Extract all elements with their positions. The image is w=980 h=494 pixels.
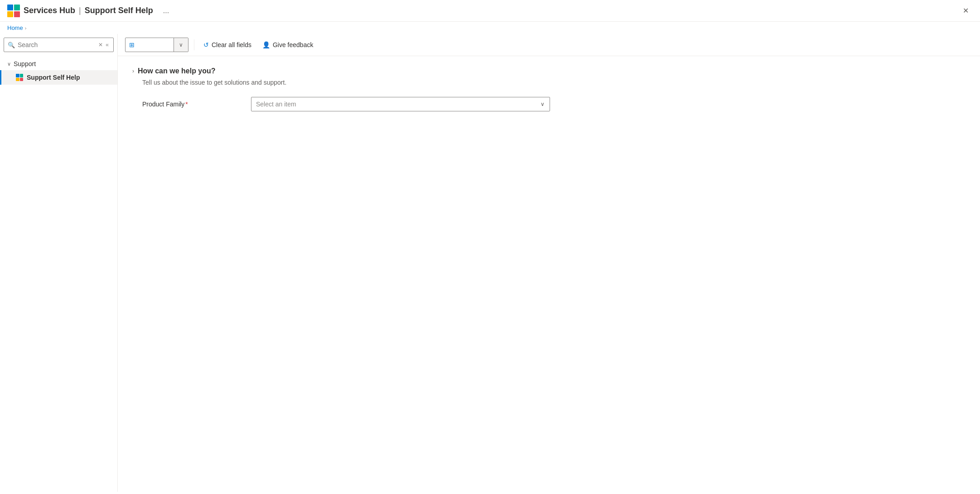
close-button[interactable]: ✕ [958,4,973,18]
give-feedback-button[interactable]: 👤 Give feedback [259,39,317,51]
required-star: * [185,101,188,108]
network-icon: ⊞ [129,41,135,48]
product-family-dropdown[interactable]: Select an item ∨ [251,97,550,111]
nav-group-chevron: ∨ [7,61,11,67]
main-layout: 🔍 ✕ « ∨ Support Support Self Help [0,34,980,492]
app-logo: Services Hub|Support Self Help [7,5,153,17]
breadcrumb-home-link[interactable]: Home [7,24,23,31]
toolbar-dropdown[interactable]: ⊞ ∨ [125,38,188,52]
feedback-icon: 👤 [262,41,270,48]
main-content: ⊞ ∨ ↺ Clear all fields 👤 Give feedback ›… [118,34,980,492]
clear-all-fields-button[interactable]: ↺ Clear all fields [200,39,255,51]
section-header: › How can we help you? [132,67,966,75]
search-collapse-button[interactable]: « [105,41,110,49]
search-clear-button[interactable]: ✕ [97,41,104,49]
toolbar-dropdown-left: ⊞ [126,41,174,48]
product-family-row: Product Family* Select an item ∨ [132,97,966,111]
clear-icon: ↺ [203,41,209,48]
logo-icon [7,5,20,17]
give-feedback-label: Give feedback [273,41,314,48]
clear-all-fields-label: Clear all fields [212,41,251,48]
nav-group-label: Support [14,60,36,67]
page-content: › How can we help you? Tell us about the… [118,56,980,492]
more-options-button[interactable]: ... [160,5,172,17]
toolbar-separator-1 [194,39,194,50]
product-family-control: Select an item ∨ [251,97,550,111]
breadcrumb-chevron: › [25,25,27,31]
search-icon: 🔍 [8,42,15,48]
sidebar: 🔍 ✕ « ∨ Support Support Self Help [0,34,118,492]
nav-group-support[interactable]: ∨ Support [0,58,117,70]
section-subtitle: Tell us about the issue to get solutions… [132,79,966,86]
app-title: Services Hub|Support Self Help [24,6,153,15]
product-family-chevron: ∨ [535,97,550,111]
toolbar-dropdown-chevron[interactable]: ∨ [174,38,188,52]
nav-item-icon [16,74,23,81]
product-family-placeholder: Select an item [251,101,535,108]
section-title: How can we help you? [138,67,216,75]
product-family-label: Product Family* [142,101,251,108]
toolbar: ⊞ ∨ ↺ Clear all fields 👤 Give feedback [118,34,980,56]
breadcrumb: Home › [0,22,980,34]
sidebar-nav: ∨ Support Support Self Help [0,56,117,86]
sidebar-item-support-self-help[interactable]: Support Self Help [0,70,117,85]
top-bar: Services Hub|Support Self Help ... ✕ [0,0,980,22]
nav-item-label: Support Self Help [27,74,80,81]
section-expand-icon[interactable]: › [132,68,134,74]
search-input[interactable] [18,41,97,48]
search-box[interactable]: 🔍 ✕ « [4,38,114,52]
